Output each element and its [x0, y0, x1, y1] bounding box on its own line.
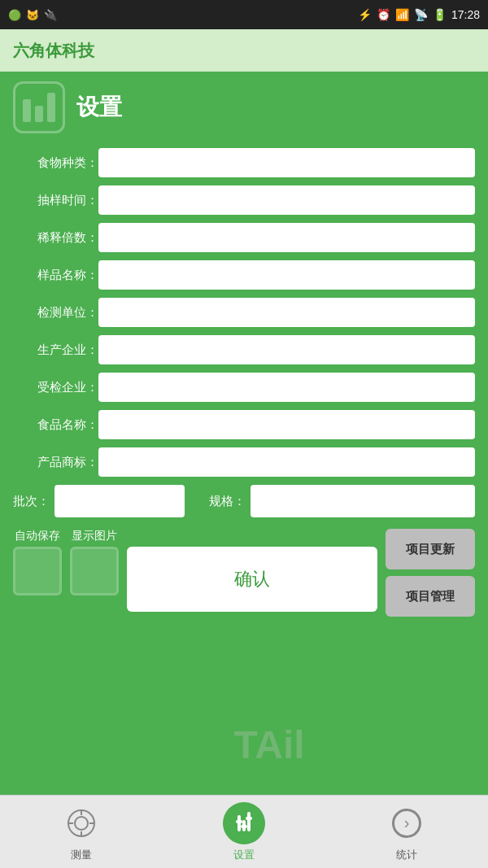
settings-icon-box	[13, 81, 65, 133]
status-icons-right: ⚡ ⏰ 📶 📡 🔋 17:28	[358, 8, 480, 21]
form-row-food-type: 食物种类：	[13, 148, 475, 177]
input-producer[interactable]	[98, 335, 475, 364]
label-dilution: 稀释倍数：	[13, 230, 98, 246]
nav-label-settings: 设置	[233, 848, 255, 862]
batch-spec-row: 批次： 规格：	[13, 485, 475, 517]
input-food-type[interactable]	[98, 148, 475, 177]
app-title: 六角体科技	[13, 40, 94, 62]
main-content: 设置 食物种类： 抽样时间： 稀释倍数： 样品名称： 检测单位： 生产企业： 受…	[0, 72, 488, 617]
form-row-sample-name: 样品名称：	[13, 260, 475, 290]
show-image-checkbox[interactable]	[70, 547, 119, 595]
settings-nav-icon-circle	[223, 802, 265, 844]
input-inspected[interactable]	[98, 373, 475, 402]
settings-header: 设置	[13, 81, 475, 133]
label-sample-name: 样品名称：	[13, 268, 98, 283]
right-action-buttons: 项目更新 项目管理	[386, 529, 475, 617]
label-brand: 产品商标：	[13, 455, 98, 470]
nav-label-measure: 测量	[71, 848, 92, 862]
update-button[interactable]: 项目更新	[386, 529, 475, 569]
input-sample-time[interactable]	[98, 185, 475, 215]
input-dilution[interactable]	[98, 223, 475, 252]
input-sample-name[interactable]	[98, 260, 475, 290]
input-brand[interactable]	[98, 447, 475, 477]
battery-icon: 🔋	[433, 8, 447, 21]
show-image-label: 显示图片	[72, 529, 117, 543]
form-row-producer: 生产企业：	[13, 335, 475, 364]
confirm-button[interactable]: 确认	[127, 547, 377, 612]
label-inspected: 受检企业：	[13, 380, 98, 395]
label-producer: 生产企业：	[13, 342, 98, 358]
usb-icon: 🔌	[44, 9, 57, 21]
wifi-icon: 📶	[395, 8, 409, 21]
form-row-test-unit: 检测单位：	[13, 298, 475, 327]
robot-icon: 🐱	[26, 9, 39, 21]
stats-icon-circle: ›	[386, 802, 428, 844]
nav-item-measure[interactable]: 测量	[0, 802, 163, 862]
bottom-nav: 测量 设置 › 统计	[0, 795, 488, 868]
input-food-name[interactable]	[98, 410, 475, 439]
input-batch[interactable]	[54, 485, 185, 517]
signal-icon: 📡	[414, 8, 428, 21]
status-icons-left: 🟢 🐱 🔌	[8, 9, 57, 21]
label-food-type: 食物种类：	[13, 155, 98, 171]
measure-icon-circle	[60, 802, 102, 844]
auto-save-checkbox[interactable]	[13, 547, 62, 595]
android-icon: 🟢	[8, 9, 21, 21]
chevron-right-icon: ›	[392, 809, 421, 838]
show-image-group: 显示图片	[70, 529, 119, 595]
time-display: 17:28	[451, 8, 480, 21]
nav-item-settings[interactable]: 设置	[163, 802, 325, 862]
input-test-unit[interactable]	[98, 298, 475, 327]
label-test-unit: 检测单位：	[13, 305, 98, 321]
svg-rect-9	[236, 820, 242, 823]
label-spec: 规格：	[209, 494, 246, 509]
form-row-dilution: 稀释倍数：	[13, 223, 475, 252]
svg-rect-10	[241, 825, 247, 828]
alarm-icon: ⏰	[377, 8, 390, 21]
label-batch: 批次：	[13, 494, 50, 509]
form-row-brand: 产品商标：	[13, 447, 475, 477]
form-row-food-name: 食品名称：	[13, 410, 475, 439]
input-spec[interactable]	[251, 485, 475, 517]
svg-rect-11	[246, 817, 252, 820]
status-bar: 🟢 🐱 🔌 ⚡ ⏰ 📶 📡 🔋 17:28	[0, 0, 488, 29]
bluetooth-icon: ⚡	[358, 8, 372, 21]
bottom-controls: 自动保存 显示图片 确认 项目更新 项目管理	[13, 529, 475, 617]
measure-icon	[67, 809, 96, 838]
form-fields: 食物种类： 抽样时间： 稀释倍数： 样品名称： 检测单位： 生产企业： 受检企业…	[13, 148, 475, 477]
svg-rect-8	[247, 812, 251, 831]
settings-nav-icon	[229, 809, 259, 838]
settings-icon	[23, 93, 55, 122]
app-bar: 六角体科技	[0, 29, 488, 72]
form-row-sample-time: 抽样时间：	[13, 185, 475, 215]
nav-label-stats: 统计	[396, 848, 417, 862]
nav-item-stats[interactable]: › 统计	[325, 802, 488, 862]
manage-button[interactable]: 项目管理	[386, 576, 475, 617]
svg-point-1	[75, 817, 88, 830]
auto-save-label: 自动保存	[15, 529, 60, 543]
label-food-name: 食品名称：	[13, 417, 98, 433]
settings-title: 设置	[76, 92, 122, 123]
form-row-inspected: 受检企业：	[13, 373, 475, 402]
label-sample-time: 抽样时间：	[13, 193, 98, 208]
auto-save-group: 自动保存	[13, 529, 62, 595]
tail-watermark: TAil	[188, 705, 351, 783]
